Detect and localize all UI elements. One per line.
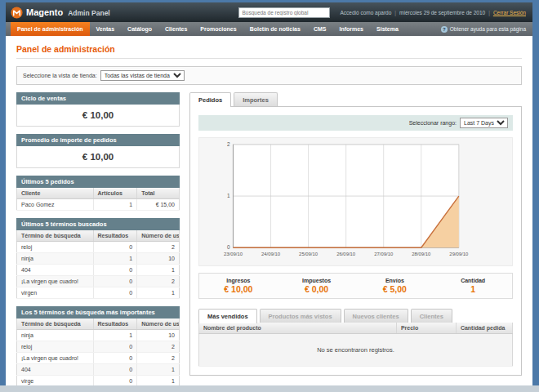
header-row: Término de búsquedaResultadosNúmero de u… <box>17 230 180 242</box>
svg-text:0: 0 <box>227 244 230 250</box>
column-header: Resultados <box>93 230 137 242</box>
help-icon: ? <box>441 26 448 33</box>
cell: 1 <box>137 287 180 299</box>
brand-subtitle: Admin Panel <box>68 9 109 17</box>
column-header: Número de usos <box>137 230 180 242</box>
separator: | <box>488 10 490 16</box>
orders-chart: 01223/09/1024/09/1025/09/1026/09/1027/09… <box>198 137 513 266</box>
total-env-os: Envíos€ 5,00 <box>356 278 434 294</box>
brand-name: Magento <box>26 7 63 17</box>
box-title: Ciclo de ventas <box>16 92 180 105</box>
total-cantidad: Cantidad1 <box>434 278 512 294</box>
column-header: Número de usos <box>137 318 180 330</box>
last-search-table: Término de búsquedaResultadosNúmero de u… <box>16 230 180 299</box>
column-header: Artículos <box>93 188 137 199</box>
cell: 0 <box>93 364 137 376</box>
header-date: miércoles 29 de septiembre de 2010 <box>399 10 485 16</box>
last-orders-box: Últimos 5 pedidos ClienteArtículosTotalP… <box>16 176 180 211</box>
total-ingresos: Ingresos€ 10,00 <box>199 278 278 294</box>
cell: Paco Gomez <box>17 199 94 211</box>
cell: ¡La virgen que cuadro! <box>17 276 94 287</box>
header-row: Nombre del productoPrecioCantidad pedida <box>199 323 513 334</box>
column-header: Cantidad pedida <box>456 323 512 334</box>
total-impuestos: Impuestos€ 0,00 <box>278 278 356 294</box>
cell: 1 <box>93 330 137 341</box>
admin-header: Magento Admin Panel Accedió como apardo … <box>6 2 532 22</box>
dashboard-column: PedidosImportes Seleccionar rango: Last … <box>189 92 522 392</box>
page-title: Panel de administración <box>16 44 522 59</box>
svg-text:24/09/10: 24/09/10 <box>261 252 281 256</box>
svg-text:1: 1 <box>227 193 230 198</box>
global-search-input[interactable] <box>238 7 330 18</box>
range-label: Seleccionar rango: <box>409 120 457 126</box>
table-row: reloj02 <box>17 242 180 253</box>
store-selector-label: Seleccione la vista de tienda: <box>23 73 97 78</box>
column-header: Nombre del producto <box>199 323 397 334</box>
logout-link[interactable]: Cerrar Sesión <box>493 10 526 16</box>
table-row: ninja110 <box>17 253 180 265</box>
nav-item-ventas[interactable]: Ventas <box>90 22 122 36</box>
table-row: Paco Gomez1€ 15,00 <box>17 199 180 211</box>
empty-row: No se encontraron registros. <box>199 333 513 366</box>
column-header: Total <box>137 188 180 199</box>
total-label: Impuestos <box>278 278 356 283</box>
cell: 1 <box>137 364 180 376</box>
range-select[interactable]: Last 7 Days <box>460 118 508 128</box>
nav-item-panel-de-administraci-n[interactable]: Panel de administración <box>11 22 90 36</box>
cell: ninja <box>17 330 94 341</box>
cell: 2 <box>137 276 180 287</box>
header-row: Término de búsquedaResultadosNúmero de u… <box>17 318 180 330</box>
nav-item-bolet-n-de-noticias[interactable]: Boletín de noticias <box>243 22 307 36</box>
cell: ninja <box>17 253 94 265</box>
tab-m-s-vendidos[interactable]: Más vendidos <box>198 309 257 323</box>
bottom-bar <box>0 385 539 392</box>
separator: | <box>394 10 396 16</box>
box-title: Los 5 términos de búsqueda más important… <box>16 306 180 318</box>
tab-clientes: Clientes <box>411 309 452 323</box>
cell: 0 <box>93 341 137 353</box>
tab-productos-m-s-vistos: Productos más vistos <box>260 309 341 323</box>
brand: Magento Admin Panel <box>11 7 110 19</box>
column-header: Precio <box>396 323 456 334</box>
cell: 10 <box>137 330 180 341</box>
svg-text:2: 2 <box>227 141 230 147</box>
column-header: Cliente <box>17 188 94 199</box>
products-table: Nombre del productoPrecioCantidad pedida… <box>198 323 513 367</box>
table-row: 40401 <box>17 364 180 376</box>
store-view-select[interactable]: Todas las vistas de tienda <box>100 70 185 81</box>
svg-text:23/09/10: 23/09/10 <box>224 252 243 256</box>
range-bar: Seleccionar rango: Last 7 Days <box>198 115 513 131</box>
tab-pedidos[interactable]: Pedidos <box>189 92 231 107</box>
dashboard-tabs: PedidosImportes <box>189 92 522 106</box>
cell: 404 <box>17 265 94 276</box>
table-row: ninja110 <box>17 330 180 341</box>
nav-item-clientes[interactable]: Clientes <box>158 22 194 36</box>
svg-text:27/09/10: 27/09/10 <box>374 252 394 256</box>
cell: 0 <box>93 276 137 287</box>
nav-item-cms[interactable]: CMS <box>307 22 333 36</box>
store-view-selector: Seleccione la vista de tienda: Todas las… <box>16 66 522 85</box>
last-orders-table: ClienteArtículosTotalPaco Gomez1€ 15,00 <box>16 188 180 211</box>
logged-in-text: Accedió como apardo <box>340 10 391 16</box>
tab-nuevos-clientes: Nuevos clientes <box>344 309 408 323</box>
cell: 0 <box>93 287 137 299</box>
average-orders-value: € 10,00 <box>16 146 180 168</box>
tab-importes[interactable]: Importes <box>234 92 278 106</box>
nav-item-informes[interactable]: Informes <box>332 22 370 36</box>
dashboard-panel: Seleccionar rango: Last 7 Days 01223/09/… <box>189 106 522 376</box>
cell: ¡La virgen que cuadro! <box>17 353 94 364</box>
column-header: Término de búsqueda <box>17 230 94 242</box>
cell: 2 <box>137 242 180 253</box>
total-label: Ingresos <box>199 278 278 283</box>
box-title: Últimos 5 términos buscados <box>16 218 180 230</box>
cell: 0 <box>93 353 137 364</box>
help-link[interactable]: ? Obtener ayuda para esta página <box>441 22 526 36</box>
nav-item-promociones[interactable]: Promociones <box>194 22 243 36</box>
box-title: Promedio de importe de pedidos <box>16 134 180 146</box>
table-row: ¡La virgen que cuadro!02 <box>17 353 180 364</box>
svg-text:26/09/10: 26/09/10 <box>336 252 356 256</box>
nav-item-cat-logo[interactable]: Catálogo <box>121 22 158 36</box>
nav-item-sistema[interactable]: Sistema <box>370 22 405 36</box>
table-row: virgen01 <box>17 287 180 299</box>
table-row: 40401 <box>17 265 180 276</box>
